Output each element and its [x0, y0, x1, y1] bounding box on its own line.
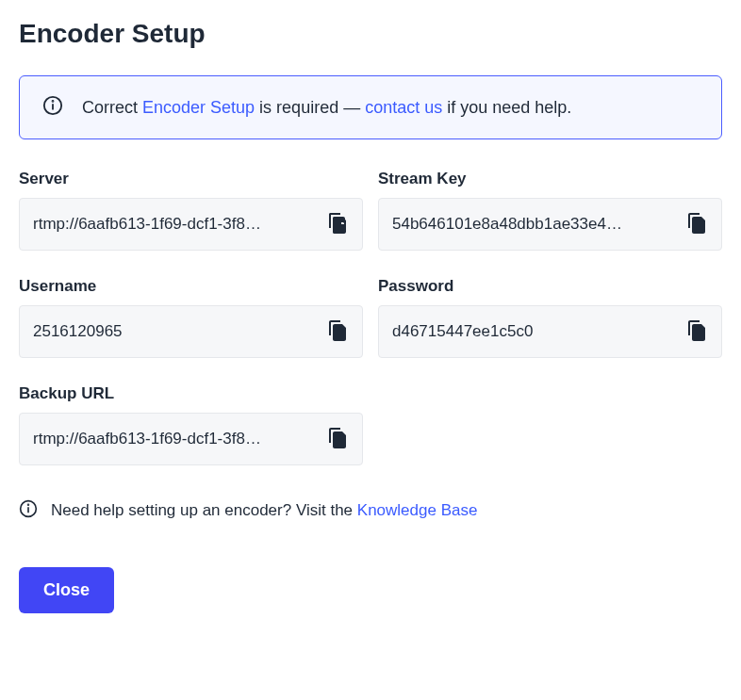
- fields-grid: Server rtmp://6aafb613-1f69-dcf1-3f8… St…: [19, 170, 722, 465]
- field-value-backup-url: rtmp://6aafb613-1f69-dcf1-3f8…: [33, 430, 317, 448]
- field-label-backup-url: Backup URL: [19, 384, 363, 403]
- help-text: Need help setting up an encoder? Visit t…: [51, 501, 477, 520]
- field-box-password: d46715447ee1c5c0: [378, 305, 722, 358]
- field-value-server: rtmp://6aafb613-1f69-dcf1-3f8…: [33, 215, 317, 234]
- svg-point-2: [53, 101, 54, 102]
- field-box-username: 2516120965: [19, 305, 363, 358]
- copy-button-backup-url[interactable]: [326, 427, 349, 452]
- banner-suffix: if you need help.: [442, 98, 571, 117]
- field-box-backup-url: rtmp://6aafb613-1f69-dcf1-3f8…: [19, 413, 363, 465]
- copy-icon: [326, 427, 349, 452]
- copy-icon: [326, 212, 349, 237]
- field-label-password: Password: [378, 277, 722, 296]
- encoder-setup-link[interactable]: Encoder Setup: [142, 98, 255, 117]
- copy-button-username[interactable]: [326, 319, 349, 345]
- field-value-username: 2516120965: [33, 322, 317, 341]
- info-icon: [42, 95, 63, 120]
- field-value-stream-key: 54b646101e8a48dbb1ae33e4…: [392, 215, 676, 234]
- field-password: Password d46715447ee1c5c0: [378, 277, 722, 358]
- copy-button-server[interactable]: [326, 212, 349, 237]
- copy-button-password[interactable]: [685, 319, 708, 345]
- banner-prefix: Correct: [82, 98, 142, 117]
- field-stream-key: Stream Key 54b646101e8a48dbb1ae33e4…: [378, 170, 722, 251]
- field-box-stream-key: 54b646101e8a48dbb1ae33e4…: [378, 198, 722, 251]
- contact-us-link[interactable]: contact us: [365, 98, 442, 117]
- svg-point-5: [28, 504, 29, 505]
- field-box-server: rtmp://6aafb613-1f69-dcf1-3f8…: [19, 198, 363, 251]
- page-title: Encoder Setup: [19, 19, 722, 49]
- field-label-stream-key: Stream Key: [378, 170, 722, 188]
- help-prefix: Need help setting up an encoder? Visit t…: [51, 501, 357, 519]
- info-banner-text: Correct Encoder Setup is required — cont…: [82, 98, 571, 118]
- close-button[interactable]: Close: [19, 567, 114, 613]
- info-icon: [19, 499, 38, 522]
- field-value-password: d46715447ee1c5c0: [392, 322, 676, 341]
- field-backup-url: Backup URL rtmp://6aafb613-1f69-dcf1-3f8…: [19, 384, 363, 465]
- field-server: Server rtmp://6aafb613-1f69-dcf1-3f8…: [19, 170, 363, 251]
- copy-icon: [685, 319, 708, 345]
- field-username: Username 2516120965: [19, 277, 363, 358]
- banner-middle: is required —: [255, 98, 365, 117]
- copy-icon: [685, 212, 708, 237]
- copy-icon: [326, 319, 349, 345]
- field-label-server: Server: [19, 170, 363, 188]
- help-row: Need help setting up an encoder? Visit t…: [19, 499, 722, 522]
- info-banner: Correct Encoder Setup is required — cont…: [19, 75, 722, 139]
- field-label-username: Username: [19, 277, 363, 296]
- copy-button-stream-key[interactable]: [685, 212, 708, 237]
- knowledge-base-link[interactable]: Knowledge Base: [357, 501, 478, 519]
